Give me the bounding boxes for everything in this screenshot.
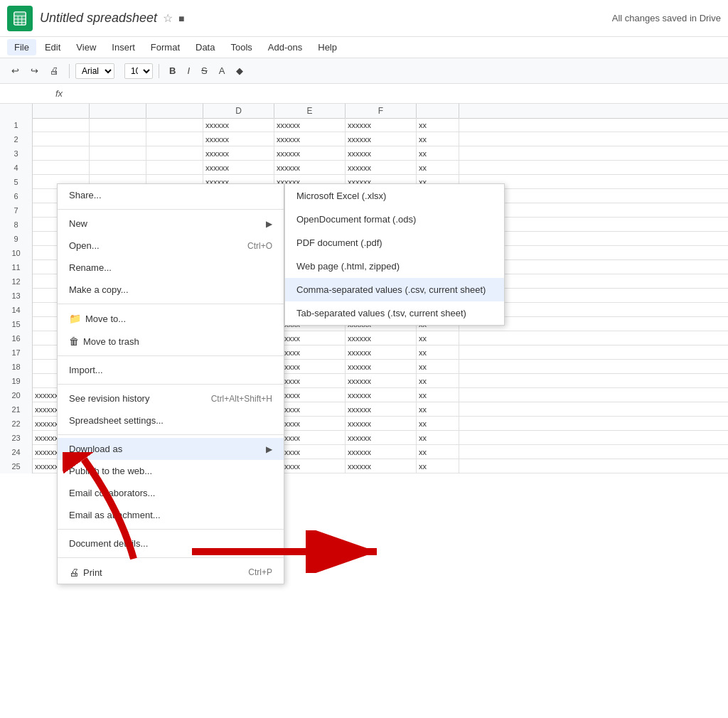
cell[interactable]: xx bbox=[417, 388, 459, 402]
cell[interactable] bbox=[33, 146, 90, 161]
cell[interactable]: xx bbox=[417, 118, 459, 132]
cell[interactable]: xxxxxx bbox=[274, 146, 346, 161]
cell[interactable]: xxxxxx bbox=[274, 374, 346, 388]
menu-format[interactable]: Format bbox=[144, 39, 187, 55]
menu-email-collab[interactable]: Email collaborators... bbox=[58, 482, 284, 504]
cell[interactable]: xx bbox=[417, 445, 459, 459]
cell[interactable]: xxxxxx bbox=[274, 431, 346, 445]
cell[interactable]: xxxxxx bbox=[346, 360, 417, 374]
cell[interactable]: xx bbox=[417, 360, 459, 374]
cell[interactable]: xxxxxx bbox=[203, 146, 274, 161]
font-select[interactable]: Arial bbox=[75, 63, 114, 79]
menu-download[interactable]: Download as ▶ bbox=[58, 438, 284, 460]
bold-button[interactable]: B bbox=[165, 63, 180, 78]
menu-doc-details[interactable]: Document details... bbox=[58, 532, 284, 554]
cell[interactable] bbox=[146, 146, 203, 161]
menu-help[interactable]: Help bbox=[311, 39, 344, 55]
menu-publish[interactable]: Publish to the web... bbox=[58, 460, 284, 482]
cell[interactable]: xx bbox=[417, 417, 459, 431]
cell[interactable] bbox=[146, 161, 203, 175]
menu-settings[interactable]: Spreadsheet settings... bbox=[58, 409, 284, 432]
cell[interactable]: xxxxxx bbox=[203, 118, 274, 132]
cell[interactable] bbox=[33, 161, 90, 175]
cell[interactable]: xxxxxx bbox=[274, 459, 346, 473]
menu-addons[interactable]: Add-ons bbox=[261, 39, 309, 55]
menu-move-to[interactable]: 📁 Move to... bbox=[58, 307, 284, 330]
cell[interactable]: xx bbox=[417, 161, 459, 175]
download-xlsx[interactable]: Microsoft Excel (.xlsx) bbox=[285, 184, 504, 208]
cell[interactable]: xx bbox=[417, 132, 459, 146]
menu-rename[interactable]: Rename... bbox=[58, 257, 284, 279]
cell[interactable]: xxxxxx bbox=[203, 132, 274, 146]
cell[interactable]: xxxxxx bbox=[346, 417, 417, 431]
cell[interactable] bbox=[146, 118, 203, 132]
cell[interactable]: xx bbox=[417, 402, 459, 417]
cell[interactable] bbox=[33, 118, 90, 132]
cell[interactable]: xxxxxx bbox=[346, 402, 417, 417]
menu-make-copy[interactable]: Make a copy... bbox=[58, 279, 284, 301]
menu-open[interactable]: Open... Ctrl+O bbox=[58, 235, 284, 257]
cell[interactable]: xxxxxx bbox=[274, 388, 346, 402]
cell[interactable]: xxxxxx bbox=[346, 331, 417, 345]
download-html[interactable]: Web page (.html, zipped) bbox=[285, 254, 504, 278]
download-pdf[interactable]: PDF document (.pdf) bbox=[285, 231, 504, 254]
italic-button[interactable]: I bbox=[183, 63, 194, 78]
cell[interactable]: xx bbox=[417, 431, 459, 445]
fill-color-button[interactable]: ◆ bbox=[232, 63, 247, 78]
menu-edit[interactable]: Edit bbox=[38, 39, 68, 55]
cell[interactable]: xxxxxx bbox=[274, 445, 346, 459]
cell[interactable]: xxxxxx bbox=[346, 118, 417, 132]
cell[interactable]: xxxxxx bbox=[274, 118, 346, 132]
cell[interactable]: xx bbox=[417, 345, 459, 360]
menu-new[interactable]: New ▶ bbox=[58, 213, 284, 235]
cell[interactable]: xxxxxx bbox=[274, 402, 346, 417]
cell[interactable]: xxxxxx bbox=[346, 459, 417, 473]
cell[interactable]: xxxxxx bbox=[346, 388, 417, 402]
cell[interactable]: xx bbox=[417, 374, 459, 388]
cell[interactable] bbox=[90, 161, 146, 175]
cell[interactable]: xxxxxx bbox=[346, 146, 417, 161]
cell[interactable]: xx bbox=[417, 331, 459, 345]
menu-print[interactable]: 🖨 Print Ctrl+P bbox=[58, 561, 284, 584]
menu-revision[interactable]: See revision history Ctrl+Alt+Shift+H bbox=[58, 387, 284, 409]
cell[interactable] bbox=[90, 146, 146, 161]
strikethrough-button[interactable]: S bbox=[197, 63, 212, 78]
menu-share[interactable]: Share... bbox=[58, 184, 284, 206]
star-icon[interactable]: ☆ bbox=[163, 11, 173, 25]
cell[interactable]: xxxxxx bbox=[274, 331, 346, 345]
cell[interactable]: xxxxxx bbox=[274, 360, 346, 374]
underline-button[interactable]: A bbox=[215, 63, 230, 78]
redo-button[interactable]: ↪ bbox=[26, 63, 43, 78]
cell[interactable] bbox=[33, 132, 90, 146]
cell[interactable]: xx bbox=[417, 146, 459, 161]
document-title[interactable]: Untitled spreadsheet bbox=[40, 11, 157, 26]
cell[interactable]: xxxxxx bbox=[346, 431, 417, 445]
cell[interactable]: xxxxxx bbox=[346, 374, 417, 388]
cell[interactable]: xxxxxx bbox=[346, 445, 417, 459]
cell[interactable]: xx bbox=[417, 459, 459, 473]
cell[interactable]: xxxxxx bbox=[346, 132, 417, 146]
download-tsv[interactable]: Tab-separated values (.tsv, current shee… bbox=[285, 301, 504, 325]
download-ods[interactable]: OpenDocument format (.ods) bbox=[285, 208, 504, 231]
font-size-select[interactable]: 10 bbox=[124, 63, 153, 79]
cell[interactable]: xxxxxx bbox=[274, 132, 346, 146]
menu-import[interactable]: Import... bbox=[58, 359, 284, 381]
undo-button[interactable]: ↩ bbox=[7, 63, 23, 78]
menu-tools[interactable]: Tools bbox=[223, 39, 259, 55]
download-csv[interactable]: Comma-separated values (.csv, current sh… bbox=[285, 278, 504, 301]
menu-data[interactable]: Data bbox=[188, 39, 222, 55]
menu-email-attach[interactable]: Email as attachment... bbox=[58, 504, 284, 526]
menu-insert[interactable]: Insert bbox=[105, 39, 142, 55]
cell[interactable]: xxxxxx bbox=[346, 161, 417, 175]
cell[interactable]: xxxxxx bbox=[274, 417, 346, 431]
print-button[interactable]: 🖨 bbox=[46, 63, 63, 78]
cell[interactable]: xxxxxx bbox=[274, 345, 346, 360]
cell[interactable]: xxxxxx bbox=[274, 161, 346, 175]
cell[interactable] bbox=[146, 132, 203, 146]
cell[interactable]: xxxxxx bbox=[203, 161, 274, 175]
cell[interactable] bbox=[90, 118, 146, 132]
cell[interactable]: xxxxxx bbox=[346, 345, 417, 360]
menu-file[interactable]: File bbox=[7, 39, 36, 55]
cell[interactable] bbox=[90, 132, 146, 146]
menu-view[interactable]: View bbox=[69, 39, 103, 55]
